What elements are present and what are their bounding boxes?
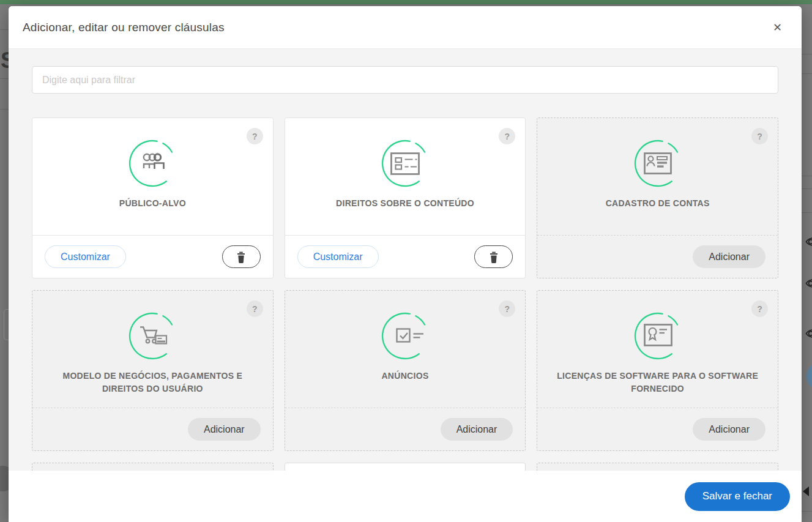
ads-checklist-icon — [381, 312, 429, 360]
help-icon[interactable]: ? — [499, 300, 515, 317]
save-close-button[interactable]: Salvar e fechar — [685, 482, 790, 511]
clauses-modal: Adicionar, editar ou remover cláusulas ✕… — [9, 6, 802, 522]
account-card-icon — [634, 140, 682, 187]
modal-title: Adicionar, editar ou remover cláusulas — [23, 21, 225, 34]
audience-icon — [129, 140, 176, 187]
clause-card-title: CADASTRO DE CONTAS — [606, 197, 710, 210]
screen: S Adicionar, editar ou remover cláusulas… — [0, 0, 812, 522]
add-button[interactable]: Adicionar — [693, 418, 765, 441]
clause-card-modelo-negocios: ? — [32, 290, 274, 451]
help-icon[interactable]: ? — [247, 128, 263, 144]
help-icon[interactable]: ? — [751, 300, 768, 317]
clause-card-title: LICENÇAS DE SOFTWARE PARA O SOFTWARE FOR… — [554, 370, 762, 395]
page-divider — [0, 109, 9, 110]
clause-grid: ? — [32, 117, 778, 471]
content-rights-icon — [381, 140, 429, 187]
clause-card-partial — [285, 463, 526, 471]
page-divider — [802, 54, 812, 54]
clause-card-cadastro-contas: ? — [537, 117, 778, 278]
modal-body: ? — [9, 49, 802, 471]
clause-card-licencas-software: ? LICENÇAS DE — [537, 290, 778, 451]
clause-card-title: ANÚNCIOS — [381, 370, 428, 382]
close-icon[interactable]: ✕ — [769, 20, 786, 35]
cart-payment-icon — [129, 312, 176, 360]
page-divider — [802, 212, 812, 213]
clause-card-partial — [537, 463, 778, 471]
clause-card-anuncios: ? ANÚNCIOS — [285, 290, 526, 451]
eye-icon — [805, 236, 812, 247]
page-divider — [802, 73, 812, 74]
page-divider — [802, 511, 812, 512]
clause-card-title: PÚBLICO-ALVO — [119, 197, 186, 210]
trash-icon — [235, 250, 247, 264]
clause-card-title: MODELO DE NEGÓCIOS, PAGAMENTOS E DIREITO… — [48, 370, 256, 395]
clause-card-publico-alvo: ? — [32, 117, 274, 278]
modal-header: Adicionar, editar ou remover cláusulas ✕ — [9, 6, 802, 49]
remove-button[interactable] — [474, 245, 513, 268]
remove-button[interactable] — [222, 245, 261, 268]
customize-button[interactable]: Customizar — [297, 245, 379, 268]
clause-card-partial — [32, 463, 274, 471]
eye-icon — [805, 278, 812, 289]
page-blue-circle — [806, 362, 812, 390]
license-certificate-icon — [634, 312, 682, 360]
page-divider — [802, 176, 812, 176]
eye-icon — [805, 328, 812, 339]
help-icon[interactable]: ? — [499, 128, 515, 144]
clause-card-direitos-conteudo: ? DIREITOS SO — [285, 117, 526, 278]
page-divider — [0, 29, 9, 30]
help-icon[interactable]: ? — [247, 300, 263, 317]
add-button[interactable]: Adicionar — [693, 245, 765, 268]
help-icon[interactable]: ? — [751, 128, 768, 144]
customize-button[interactable]: Customizar — [45, 245, 126, 268]
add-button[interactable]: Adicionar — [441, 418, 513, 441]
clause-card-title: DIREITOS SOBRE O CONTEÚDO — [336, 197, 474, 210]
collapse-arrow-icon — [803, 487, 809, 496]
page-topbar — [0, 0, 812, 4]
trash-icon — [488, 250, 500, 264]
page-divider — [0, 78, 9, 79]
filter-input[interactable] — [32, 66, 778, 94]
add-button[interactable]: Adicionar — [188, 418, 261, 441]
page-divider — [802, 188, 812, 189]
modal-footer: Salvar e fechar — [9, 471, 802, 522]
